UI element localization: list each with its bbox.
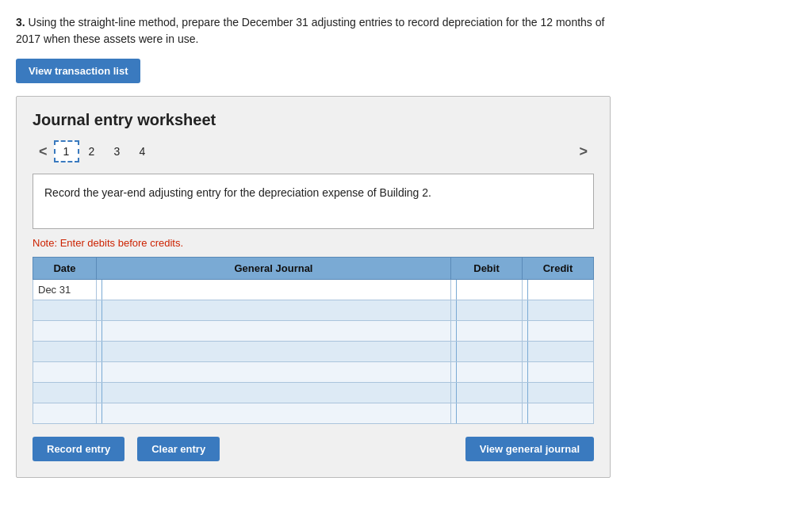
- header-debit: Debit: [451, 258, 523, 280]
- header-credit: Credit: [523, 258, 594, 280]
- table-row: [33, 300, 594, 321]
- cell-debit[interactable]: [451, 403, 523, 424]
- cell-general-journal[interactable]: [97, 300, 451, 321]
- header-date: Date: [33, 258, 97, 280]
- cell-debit[interactable]: [451, 342, 523, 362]
- cell-debit[interactable]: [451, 383, 523, 403]
- clear-entry-button[interactable]: Clear entry: [137, 437, 220, 461]
- table-row: [33, 383, 594, 403]
- nav-left-arrow[interactable]: <: [33, 142, 54, 162]
- cell-date: [33, 300, 97, 321]
- tab-1[interactable]: 1: [54, 140, 79, 162]
- view-transaction-button[interactable]: View transaction list: [16, 59, 140, 83]
- question-body: Using the straight-line method, prepare …: [16, 16, 604, 45]
- cell-credit[interactable]: [523, 280, 594, 300]
- cell-debit[interactable]: [451, 362, 523, 383]
- cell-debit[interactable]: [451, 321, 523, 342]
- cell-debit[interactable]: [451, 300, 523, 321]
- tab-4[interactable]: 4: [130, 140, 155, 162]
- worksheet-title: Journal entry worksheet: [33, 111, 594, 129]
- cell-general-journal[interactable]: [97, 383, 451, 403]
- cell-date: [33, 321, 97, 342]
- cell-debit[interactable]: [451, 280, 523, 300]
- question-number: 3.: [16, 16, 25, 29]
- cell-date: [33, 342, 97, 362]
- cell-date: [33, 383, 97, 403]
- note-text: Note: Enter debits before credits.: [33, 237, 594, 249]
- tab-3[interactable]: 3: [105, 140, 130, 162]
- action-buttons: Record entry Clear entry View general jo…: [33, 437, 594, 461]
- cell-general-journal[interactable]: [97, 342, 451, 362]
- cell-credit[interactable]: [523, 321, 594, 342]
- cell-date: [33, 362, 97, 383]
- table-row: [33, 403, 594, 424]
- cell-credit[interactable]: [523, 403, 594, 424]
- record-entry-button[interactable]: Record entry: [33, 437, 124, 461]
- tab-navigation: < 1 2 3 4 >: [33, 140, 594, 162]
- entry-description: Record the year-end adjusting entry for …: [33, 174, 594, 229]
- table-row: [33, 362, 594, 383]
- tab-2[interactable]: 2: [79, 140, 105, 162]
- view-general-journal-button[interactable]: View general journal: [465, 437, 594, 461]
- cell-credit[interactable]: [523, 383, 594, 403]
- cell-date: [33, 403, 97, 424]
- nav-right-arrow[interactable]: >: [573, 142, 594, 162]
- table-row: [33, 342, 594, 362]
- table-row: [33, 321, 594, 342]
- cell-date: Dec 31: [33, 280, 97, 300]
- cell-credit[interactable]: [523, 362, 594, 383]
- table-row: Dec 31: [33, 280, 594, 300]
- cell-general-journal[interactable]: [97, 403, 451, 424]
- header-general-journal: General Journal: [97, 258, 451, 280]
- cell-credit[interactable]: [523, 300, 594, 321]
- cell-general-journal[interactable]: [97, 362, 451, 383]
- cell-credit[interactable]: [523, 342, 594, 362]
- cell-general-journal[interactable]: [97, 321, 451, 342]
- journal-table: Date General Journal Debit Credit Dec 31: [33, 257, 594, 424]
- cell-general-journal[interactable]: [97, 280, 451, 300]
- journal-entry-worksheet: Journal entry worksheet < 1 2 3 4 > Reco…: [16, 96, 611, 478]
- question-text: 3. Using the straight-line method, prepa…: [16, 14, 619, 48]
